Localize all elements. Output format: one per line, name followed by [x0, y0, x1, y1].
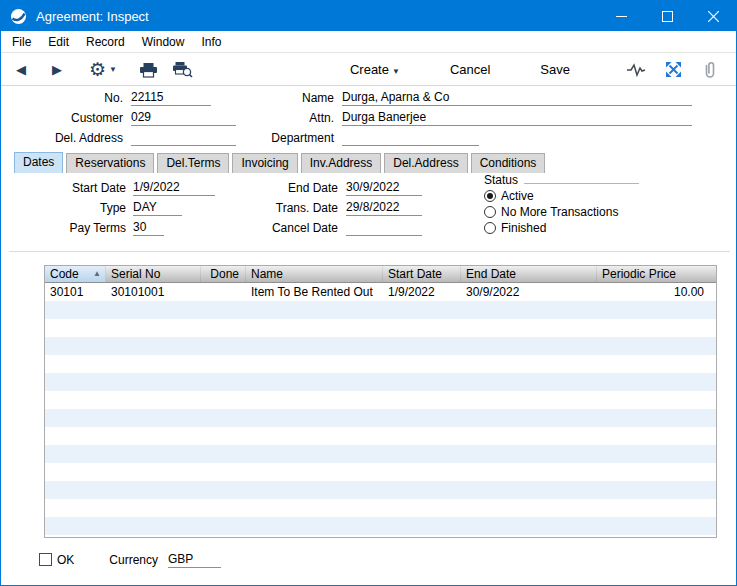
- cell-start-date: 1/9/2022: [383, 283, 461, 301]
- radio-button-icon[interactable]: [484, 190, 496, 202]
- tab-bar: Dates Reservations Del.Terms Invoicing I…: [14, 152, 548, 173]
- column-header-code[interactable]: Code ▲: [45, 266, 106, 282]
- tab-del-terms[interactable]: Del.Terms: [157, 153, 229, 173]
- table-row[interactable]: [45, 445, 716, 463]
- table-row[interactable]: [45, 319, 716, 337]
- window-title: Agreement: Inspect: [36, 9, 149, 24]
- maximize-button-icon[interactable]: [644, 1, 690, 31]
- column-header-start-date[interactable]: Start Date: [383, 266, 461, 282]
- table-row[interactable]: 30101 30101001 Item To Be Rented Out 1/9…: [45, 283, 716, 301]
- menu-window[interactable]: Window: [136, 33, 191, 51]
- trans-date-label: Trans. Date: [201, 201, 338, 215]
- next-record-icon[interactable]: ▶: [45, 57, 69, 83]
- radio-button-icon[interactable]: [484, 222, 496, 234]
- items-table-body: 30101 30101001 Item To Be Rented Out 1/9…: [45, 283, 716, 535]
- menu-bar: File Edit Record Window Info: [1, 32, 736, 53]
- department-label: Department: [181, 131, 334, 145]
- end-date-field[interactable]: 30/9/2022: [346, 180, 422, 196]
- table-row[interactable]: [45, 355, 716, 373]
- no-label: No.: [1, 91, 123, 105]
- items-table-header: Code ▲ Serial No Done Name Start Date En…: [45, 266, 716, 283]
- expand-fullscreen-icon[interactable]: [661, 57, 685, 83]
- items-table: Code ▲ Serial No Done Name Start Date En…: [44, 265, 717, 538]
- tab-del-address[interactable]: Del.Address: [384, 153, 467, 173]
- type-label: Type: [1, 201, 126, 215]
- end-date-label: End Date: [201, 181, 338, 195]
- column-header-periodic-price[interactable]: Periodic Price: [597, 266, 716, 282]
- cancel-date-label: Cancel Date: [201, 221, 338, 235]
- cell-serial-no: 30101001: [106, 283, 201, 301]
- pay-terms-field[interactable]: 30: [133, 220, 164, 236]
- menu-record[interactable]: Record: [80, 33, 131, 51]
- status-group-label: Status: [484, 173, 544, 187]
- table-row[interactable]: [45, 391, 716, 409]
- activity-pulse-icon[interactable]: [624, 57, 648, 83]
- customer-label: Customer: [1, 111, 123, 125]
- table-row[interactable]: [45, 301, 716, 319]
- table-row[interactable]: [45, 499, 716, 517]
- menu-info[interactable]: Info: [195, 33, 227, 51]
- name-label: Name: [181, 91, 334, 105]
- menu-file[interactable]: File: [6, 33, 37, 51]
- currency-field[interactable]: GBP: [168, 552, 221, 568]
- ok-checkbox[interactable]: [39, 553, 52, 566]
- table-row[interactable]: [45, 337, 716, 355]
- operations-gear-icon[interactable]: ⚙▼: [89, 57, 117, 83]
- cell-end-date: 30/9/2022: [461, 283, 597, 301]
- close-button-icon[interactable]: [690, 1, 736, 31]
- print-icon[interactable]: [137, 57, 161, 83]
- status-option-label: Finished: [501, 221, 546, 235]
- department-field[interactable]: [342, 130, 479, 146]
- section-divider: [9, 251, 730, 252]
- status-option-label: Active: [501, 189, 534, 203]
- status-group-line: [524, 183, 639, 184]
- del-address-label: Del. Address: [1, 131, 123, 145]
- status-radio-no-more-transactions[interactable]: No More Transactions: [484, 204, 618, 219]
- table-row[interactable]: [45, 481, 716, 499]
- start-date-label: Start Date: [1, 181, 126, 195]
- previous-record-icon[interactable]: ◀: [9, 57, 33, 83]
- trans-date-field[interactable]: 29/8/2022: [346, 200, 422, 216]
- table-row[interactable]: [45, 373, 716, 391]
- attn-field[interactable]: Durga Banerjee: [342, 110, 692, 126]
- tab-invoicing[interactable]: Invoicing: [232, 153, 297, 173]
- print-preview-icon[interactable]: [171, 57, 195, 83]
- cancel-button[interactable]: Cancel: [446, 59, 494, 80]
- create-button[interactable]: Create▼: [346, 59, 404, 80]
- tab-conditions[interactable]: Conditions: [471, 153, 546, 173]
- status-radio-finished[interactable]: Finished: [484, 220, 546, 235]
- status-radio-active[interactable]: Active: [484, 188, 534, 203]
- radio-button-icon[interactable]: [484, 206, 496, 218]
- agreement-window: Agreement: Inspect File Edit Record Wind…: [0, 0, 737, 586]
- status-option-label: No More Transactions: [501, 205, 618, 219]
- name-field[interactable]: Durga, Aparna & Co: [342, 90, 692, 106]
- column-header-done[interactable]: Done: [201, 266, 246, 282]
- title-bar: Agreement: Inspect: [1, 1, 736, 31]
- tab-inv-address[interactable]: Inv.Address: [301, 153, 381, 173]
- table-row[interactable]: [45, 463, 716, 481]
- cancel-date-field[interactable]: [346, 220, 422, 236]
- cell-done: [201, 283, 246, 301]
- cell-name: Item To Be Rented Out: [246, 283, 383, 301]
- column-header-name[interactable]: Name: [246, 266, 383, 282]
- table-row[interactable]: [45, 427, 716, 445]
- minimize-button-icon[interactable]: [598, 1, 644, 31]
- column-header-serial-no[interactable]: Serial No: [106, 266, 201, 282]
- tab-reservations[interactable]: Reservations: [66, 153, 154, 173]
- sort-ascending-icon: ▲: [93, 266, 101, 282]
- currency-label: Currency: [81, 553, 158, 567]
- table-row[interactable]: [45, 517, 716, 535]
- column-header-end-date[interactable]: End Date: [461, 266, 597, 282]
- attn-label: Attn.: [181, 111, 334, 125]
- cell-periodic-price: 10.00: [597, 283, 716, 301]
- pay-terms-label: Pay Terms: [1, 221, 126, 235]
- paperclip-attachments-icon[interactable]: [698, 57, 722, 83]
- save-button[interactable]: Save: [536, 59, 574, 80]
- type-field[interactable]: DAY: [133, 200, 182, 216]
- table-row[interactable]: [45, 409, 716, 427]
- app-logo-icon: [10, 8, 27, 25]
- cell-code: 30101: [45, 283, 106, 301]
- toolbar: ◀ ▶ ⚙▼: [1, 54, 736, 86]
- menu-edit[interactable]: Edit: [42, 33, 75, 51]
- tab-dates[interactable]: Dates: [14, 152, 63, 173]
